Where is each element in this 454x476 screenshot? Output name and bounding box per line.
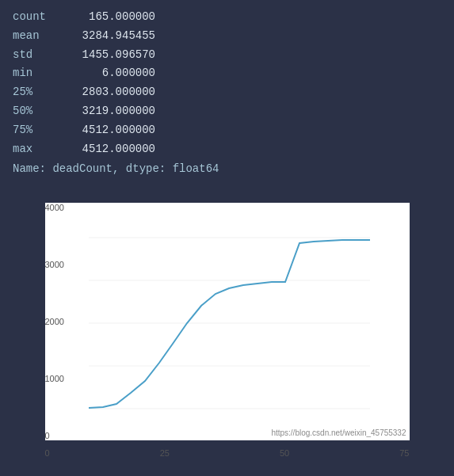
- stat-label: 75%: [13, 121, 60, 140]
- x-axis-label: 50: [280, 448, 289, 458]
- x-axis-label: 75: [399, 448, 409, 458]
- stat-value: 4512.000000: [60, 121, 155, 140]
- y-axis-label: 0: [45, 431, 64, 440]
- y-axis-label: 1000: [45, 374, 64, 383]
- stat-label: 50%: [13, 102, 60, 121]
- stat-row: 75%4512.000000: [13, 121, 441, 140]
- stat-value: 165.000000: [60, 8, 155, 27]
- stat-row: 25%2803.000000: [13, 83, 441, 102]
- stat-label: mean: [13, 27, 60, 46]
- stat-value: 1455.096570: [60, 46, 155, 65]
- stat-row: mean3284.945455: [13, 27, 441, 46]
- y-axis-labels: 01000200030004000: [45, 203, 64, 440]
- stat-label: max: [13, 140, 60, 159]
- stat-value: 4512.000000: [60, 140, 155, 159]
- stat-name-line: Name: deadCount, dtype: float64: [13, 160, 441, 179]
- stat-row: 50%3219.000000: [13, 102, 441, 121]
- stat-value: 2803.000000: [60, 83, 155, 102]
- x-axis-label: 0: [45, 448, 50, 458]
- stat-label: 25%: [13, 83, 60, 102]
- chart-container: 01000200030004000 0255075 https://blog.c…: [45, 203, 410, 440]
- y-axis-label: 4000: [45, 203, 64, 212]
- stat-value: 6.000000: [60, 64, 155, 83]
- stat-row: min6.000000: [13, 64, 441, 83]
- x-axis-labels: 0255075: [45, 448, 410, 458]
- stat-row: std1455.096570: [13, 46, 441, 65]
- y-axis-label: 2000: [45, 317, 64, 326]
- chart-svg: [89, 219, 370, 409]
- y-axis-label: 3000: [45, 260, 64, 269]
- stat-label: min: [13, 64, 60, 83]
- stat-label: std: [13, 46, 60, 65]
- stat-value: 3284.945455: [60, 27, 155, 46]
- stat-row: count165.000000: [13, 8, 441, 27]
- stats-table: count165.000000mean3284.945455std1455.09…: [13, 8, 441, 179]
- watermark: https://blog.csdn.net/weixin_45755332: [271, 428, 406, 437]
- stat-value: 3219.000000: [60, 102, 155, 121]
- x-axis-label: 25: [160, 448, 170, 458]
- stat-row: max4512.000000: [13, 140, 441, 159]
- stat-label: count: [13, 8, 60, 27]
- chart-inner: [89, 219, 370, 409]
